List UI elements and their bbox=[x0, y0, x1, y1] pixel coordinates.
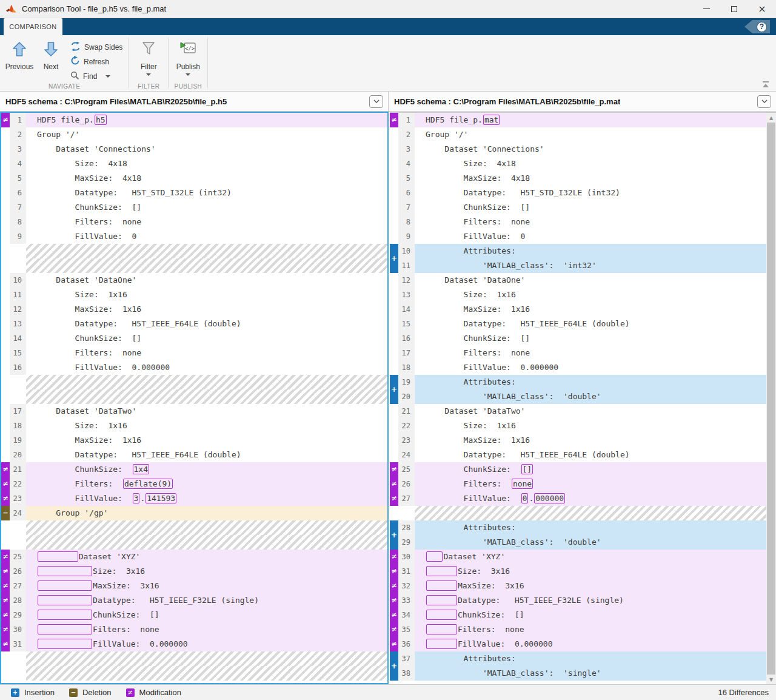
diff-row[interactable]: ≠30 Filters: none bbox=[1, 622, 387, 637]
diff-row[interactable]: ≠26 Size: 3x16 bbox=[1, 564, 387, 579]
diff-row[interactable]: 11 'MATLAB_class': 'int32' bbox=[390, 258, 766, 273]
row-marker: ≠ bbox=[1, 622, 10, 637]
changed-fragment bbox=[38, 624, 92, 634]
diff-row[interactable]: ≠34 ChunkSize: [] bbox=[390, 608, 766, 622]
diff-row[interactable]: ≠28 Datatype: H5T_IEEE_F32LE (single) bbox=[1, 593, 387, 608]
diff-row[interactable]: ≠27 MaxSize: 3x16 bbox=[1, 579, 387, 593]
line-number: 30 bbox=[398, 550, 415, 564]
left-pane-options-button[interactable] bbox=[369, 95, 383, 108]
row-marker bbox=[1, 302, 10, 317]
line-number: 4 bbox=[398, 156, 415, 171]
maximize-icon bbox=[731, 6, 737, 12]
close-button[interactable]: × bbox=[748, 0, 776, 18]
diff-row[interactable]: +19 Attributes: bbox=[390, 375, 766, 389]
next-button[interactable]: Next bbox=[35, 38, 67, 71]
changed-fragment: 000000 bbox=[534, 493, 565, 503]
row-marker bbox=[390, 200, 398, 215]
scroll-down-icon[interactable]: ▼ bbox=[766, 675, 776, 684]
diff-row[interactable]: +28 Attributes: bbox=[390, 520, 766, 535]
refresh-button[interactable]: Refresh bbox=[68, 55, 125, 69]
left-pane[interactable]: ≠1HDF5 file_p.h52Group '/'3 Dataset 'Con… bbox=[0, 112, 389, 684]
collapse-ribbon-button[interactable] bbox=[763, 81, 769, 87]
diff-row[interactable]: +10 Attributes: bbox=[390, 244, 766, 258]
diff-row[interactable]: ≠25 Dataset 'XYZ' bbox=[1, 550, 387, 564]
caret-down-icon bbox=[146, 73, 151, 76]
line-content: Group '/' bbox=[26, 127, 387, 142]
diff-row[interactable]: ≠1HDF5 file_p.h5 bbox=[1, 113, 387, 127]
line-number: 37 bbox=[398, 651, 415, 666]
line-content: Size: 1x16 bbox=[26, 288, 387, 302]
diff-row[interactable]: ≠31 FillValue: 0.000000 bbox=[1, 637, 387, 651]
line-number: 4 bbox=[10, 156, 26, 171]
line-number: 33 bbox=[398, 593, 415, 608]
changed-fragment bbox=[38, 639, 92, 649]
diff-row[interactable]: ≠21 ChunkSize: 1x4 bbox=[1, 462, 387, 477]
line-number: 11 bbox=[10, 288, 26, 302]
diff-row: 8 Filters: none bbox=[390, 215, 766, 229]
previous-button[interactable]: Previous bbox=[4, 38, 35, 71]
changed-fragment: 0 bbox=[521, 493, 529, 503]
line-number: 5 bbox=[398, 171, 415, 186]
diff-row[interactable]: ≠33 Datatype: H5T_IEEE_F32LE (single) bbox=[390, 593, 766, 608]
row-marker: − bbox=[1, 506, 10, 520]
line-number: 8 bbox=[398, 215, 415, 229]
diff-row[interactable]: ≠26 Filters: none bbox=[390, 477, 766, 491]
arrow-up-icon bbox=[12, 41, 27, 59]
diff-row[interactable]: ≠27 FillValue: 0.000000 bbox=[390, 491, 766, 506]
line-number: 26 bbox=[398, 477, 415, 491]
filter-button[interactable]: Filter bbox=[133, 38, 164, 76]
diff-row[interactable]: 38 'MATLAB_class': 'single' bbox=[390, 666, 766, 681]
filler-row bbox=[1, 520, 387, 535]
toolbar-group-publish: </> Publish PUBLISH bbox=[169, 35, 207, 91]
row-marker bbox=[390, 404, 398, 419]
diff-row: 12 MaxSize: 1x16 bbox=[1, 302, 387, 317]
diff-row[interactable]: ≠29 ChunkSize: [] bbox=[1, 608, 387, 622]
line-content: Size: 1x16 bbox=[415, 288, 766, 302]
line-content: MaxSize: 1x16 bbox=[26, 433, 387, 448]
changed-fragment bbox=[38, 551, 78, 562]
line-number: 13 bbox=[398, 288, 415, 302]
publish-button[interactable]: </> Publish bbox=[172, 38, 204, 76]
scroll-up-icon[interactable]: ▲ bbox=[766, 113, 776, 123]
maximize-button[interactable] bbox=[720, 0, 748, 18]
diff-row[interactable]: ≠30 Dataset 'XYZ' bbox=[390, 550, 766, 564]
row-marker bbox=[1, 375, 10, 389]
row-marker bbox=[1, 433, 10, 448]
diff-row[interactable]: 29 'MATLAB_class': 'double' bbox=[390, 535, 766, 550]
diff-row[interactable]: 20 'MATLAB_class': 'double' bbox=[390, 389, 766, 404]
changed-fragment bbox=[426, 551, 443, 562]
right-pane-options-button[interactable] bbox=[757, 95, 771, 108]
diff-row[interactable]: ≠31 Size: 3x16 bbox=[390, 564, 766, 579]
line-number: 28 bbox=[398, 520, 415, 535]
line-content: ChunkSize: [] bbox=[415, 200, 766, 215]
diff-row[interactable]: ≠22 Filters: deflate(9) bbox=[1, 477, 387, 491]
minimize-button[interactable] bbox=[692, 0, 720, 18]
row-marker bbox=[1, 156, 10, 171]
line-number: 8 bbox=[10, 215, 26, 229]
diff-row: 18 Size: 1x16 bbox=[1, 419, 387, 433]
diff-row[interactable]: ≠32 MaxSize: 3x16 bbox=[390, 579, 766, 593]
tab-comparison[interactable]: COMPARISON bbox=[4, 18, 62, 35]
changed-fragment bbox=[426, 581, 457, 591]
line-number: 1 bbox=[398, 113, 415, 127]
diff-row[interactable]: ≠1HDF5 file_p.mat bbox=[390, 113, 766, 127]
line-content bbox=[26, 244, 387, 258]
diff-row[interactable]: −24 Group '/gp' bbox=[1, 506, 387, 520]
line-number: 26 bbox=[10, 564, 26, 579]
vertical-scrollbar[interactable]: ▲ ▼ bbox=[766, 113, 776, 684]
diff-row[interactable]: ≠35 Filters: none bbox=[390, 622, 766, 637]
diff-row[interactable]: ≠36 FillValue: 0.000000 bbox=[390, 637, 766, 651]
row-marker bbox=[390, 346, 398, 360]
help-button[interactable]: ? bbox=[744, 20, 770, 33]
line-content: Attributes: bbox=[415, 244, 766, 258]
row-marker bbox=[390, 215, 398, 229]
diff-row[interactable]: ≠25 ChunkSize: [] bbox=[390, 462, 766, 477]
diff-row[interactable]: +37 Attributes: bbox=[390, 651, 766, 666]
scrollbar-thumb[interactable] bbox=[767, 123, 775, 675]
diff-row[interactable]: ≠23 FillValue: 3.141593 bbox=[1, 491, 387, 506]
find-button[interactable]: Find bbox=[68, 69, 125, 84]
line-number: 7 bbox=[10, 200, 26, 215]
swap-sides-button[interactable]: Swap Sides bbox=[68, 40, 125, 55]
arrow-down-icon bbox=[43, 41, 59, 59]
right-pane[interactable]: ≠1HDF5 file_p.mat2Group '/'3 Dataset 'Co… bbox=[390, 112, 776, 684]
